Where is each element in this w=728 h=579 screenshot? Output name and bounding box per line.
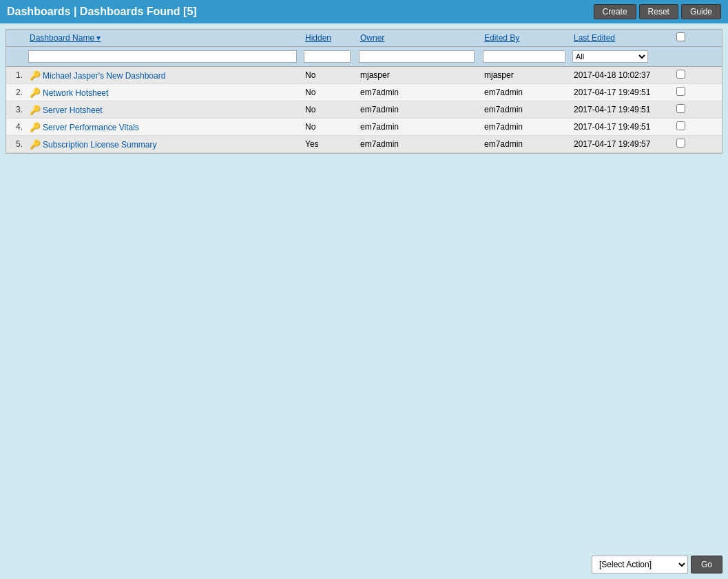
row-edited-by: em7admin xyxy=(480,119,570,134)
reset-button[interactable]: Reset xyxy=(639,4,678,19)
row-number: 4. xyxy=(6,119,25,134)
filter-spacer xyxy=(6,49,25,64)
col-header-hidden[interactable]: Hidden xyxy=(301,30,356,46)
row-checkbox-cell xyxy=(673,101,688,118)
header-buttons: Create Reset Guide xyxy=(594,4,721,19)
row-edited-by: em7admin xyxy=(480,85,570,100)
row-name-link[interactable]: 🔑Subscription License Summary xyxy=(25,136,301,152)
row-name-link[interactable]: 🔑Network Hotsheet xyxy=(25,85,301,101)
filter-edited-by-input[interactable] xyxy=(483,50,565,63)
filter-owner-cell xyxy=(356,49,480,64)
row-last-edited: 2017-04-17 19:49:57 xyxy=(570,136,673,152)
filter-edited-by-cell xyxy=(480,49,570,64)
row-checkbox[interactable] xyxy=(676,104,685,113)
row-number: 5. xyxy=(6,136,25,152)
filter-name-input[interactable] xyxy=(28,50,297,63)
header-checkbox-cell xyxy=(673,30,688,46)
row-number: 3. xyxy=(6,102,25,117)
row-checkbox-cell xyxy=(673,119,688,135)
row-checkbox[interactable] xyxy=(676,139,685,148)
row-hidden: No xyxy=(301,68,356,83)
create-button[interactable]: Create xyxy=(594,4,636,19)
filter-hidden-cell xyxy=(301,49,356,64)
table-row: 4. 🔑Server Performance Vitals No em7admi… xyxy=(6,119,722,136)
row-owner: mjasper xyxy=(356,68,480,83)
row-edited-by: em7admin xyxy=(480,102,570,117)
filter-owner-input[interactable] xyxy=(359,50,475,63)
main-content: Dashboard Name ▾ Hidden Owner Edited By … xyxy=(0,23,728,579)
bottom-action-bar: [Select Action] Go xyxy=(592,556,722,573)
row-checkbox[interactable] xyxy=(676,121,685,130)
filter-row: All xyxy=(6,47,722,67)
row-checkbox-cell xyxy=(673,84,688,101)
row-name-link[interactable]: 🔑Michael Jasper's New Dashboard xyxy=(25,68,301,83)
column-headers: Dashboard Name ▾ Hidden Owner Edited By … xyxy=(6,30,722,47)
filter-last-edited-select[interactable]: All xyxy=(572,50,648,63)
row-checkbox[interactable] xyxy=(676,87,685,96)
row-hidden: No xyxy=(301,102,356,117)
row-last-edited: 2017-04-17 19:49:51 xyxy=(570,102,673,117)
page-title: Dashboards | Dashboards Found [5] xyxy=(7,6,197,18)
row-last-edited: 2017-04-18 10:02:37 xyxy=(570,68,673,83)
action-select[interactable]: [Select Action] xyxy=(592,556,688,573)
row-hidden: No xyxy=(301,119,356,134)
col-header-name[interactable]: Dashboard Name ▾ xyxy=(25,30,301,46)
row-last-edited: 2017-04-17 19:49:51 xyxy=(570,119,673,134)
filter-checkbox-spacer xyxy=(673,49,688,64)
row-last-edited: 2017-04-17 19:49:51 xyxy=(570,85,673,100)
row-number: 1. xyxy=(6,68,25,83)
filter-last-edited-cell: All xyxy=(570,49,673,64)
row-checkbox-cell xyxy=(673,136,688,152)
select-all-checkbox[interactable] xyxy=(676,32,685,41)
table-row: 1. 🔑Michael Jasper's New Dashboard No mj… xyxy=(6,67,722,84)
row-number: 2. xyxy=(6,85,25,100)
row-name-link[interactable]: 🔑Server Hotsheet xyxy=(25,102,301,118)
row-owner: em7admin xyxy=(356,102,480,117)
key-icon: 🔑 xyxy=(30,88,41,98)
col-header-last-edited[interactable]: Last Edited xyxy=(570,30,673,46)
table-row: 3. 🔑Server Hotsheet No em7admin em7admin… xyxy=(6,101,722,119)
filter-name-cell xyxy=(25,49,301,64)
go-button[interactable]: Go xyxy=(691,556,722,573)
row-owner: em7admin xyxy=(356,119,480,134)
row-owner: em7admin xyxy=(356,85,480,100)
row-num-spacer xyxy=(6,30,25,45)
row-hidden: No xyxy=(301,85,356,100)
key-icon: 🔑 xyxy=(30,139,41,150)
row-checkbox-cell xyxy=(673,67,688,83)
key-icon: 🔑 xyxy=(30,105,41,115)
row-name-link[interactable]: 🔑Server Performance Vitals xyxy=(25,119,301,135)
table-row: 2. 🔑Network Hotsheet No em7admin em7admi… xyxy=(6,84,722,101)
col-header-edited-by[interactable]: Edited By xyxy=(480,30,570,46)
row-edited-by: mjasper xyxy=(480,68,570,83)
key-icon: 🔑 xyxy=(30,122,41,132)
row-owner: em7admin xyxy=(356,136,480,152)
row-hidden: Yes xyxy=(301,136,356,152)
table-row: 5. 🔑Subscription License Summary Yes em7… xyxy=(6,136,722,153)
key-icon: 🔑 xyxy=(30,70,41,81)
dashboards-table: Dashboard Name ▾ Hidden Owner Edited By … xyxy=(6,29,722,154)
filter-hidden-input[interactable] xyxy=(304,50,351,63)
header-bar: Dashboards | Dashboards Found [5] Create… xyxy=(0,0,728,23)
row-checkbox[interactable] xyxy=(676,70,685,79)
row-edited-by: em7admin xyxy=(480,136,570,152)
col-header-owner[interactable]: Owner xyxy=(356,30,480,46)
guide-button[interactable]: Guide xyxy=(681,4,721,19)
